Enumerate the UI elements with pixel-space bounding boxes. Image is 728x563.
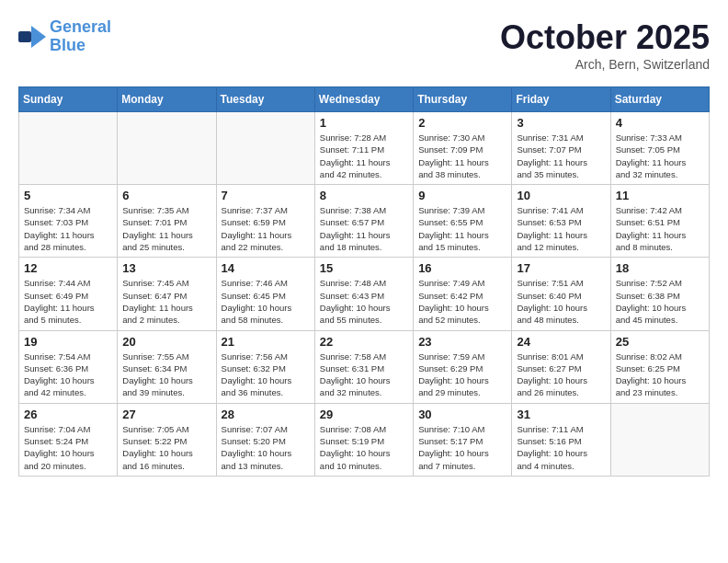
day-info: Sunrise: 7:30 AM Sunset: 7:09 PM Dayligh…: [418, 132, 506, 180]
calendar-cell: 16Sunrise: 7:49 AM Sunset: 6:42 PM Dayli…: [414, 258, 512, 330]
day-number: 27: [122, 408, 210, 421]
day-number: 15: [320, 261, 408, 275]
calendar-cell: 30Sunrise: 7:10 AM Sunset: 5:17 PM Dayli…: [414, 403, 512, 476]
calendar-cell: 31Sunrise: 7:11 AM Sunset: 5:16 PM Dayli…: [512, 403, 610, 476]
day-info: Sunrise: 7:10 AM Sunset: 5:17 PM Dayligh…: [418, 423, 506, 472]
day-number: 22: [320, 335, 408, 349]
day-info: Sunrise: 7:41 AM Sunset: 6:53 PM Dayligh…: [517, 204, 605, 253]
calendar-header-row: SundayMondayTuesdayWednesdayThursdayFrid…: [19, 87, 710, 112]
day-info: Sunrise: 7:56 AM Sunset: 6:32 PM Dayligh…: [222, 350, 310, 399]
weekday-header-sunday: Sunday: [19, 87, 118, 112]
calendar-body: 1Sunrise: 7:28 AM Sunset: 7:11 PM Daylig…: [19, 112, 710, 477]
month-title: October 2025: [500, 18, 710, 57]
day-info: Sunrise: 7:42 AM Sunset: 6:51 PM Dayligh…: [616, 204, 704, 253]
day-number: 28: [222, 408, 310, 421]
svg-rect-0: [18, 31, 31, 42]
weekday-header-tuesday: Tuesday: [216, 87, 314, 112]
day-info: Sunrise: 7:55 AM Sunset: 6:34 PM Dayligh…: [122, 350, 210, 399]
day-number: 18: [616, 261, 704, 275]
day-info: Sunrise: 7:04 AM Sunset: 5:24 PM Dayligh…: [24, 423, 112, 472]
calendar-cell: [216, 112, 314, 185]
calendar-week-3: 12Sunrise: 7:44 AM Sunset: 6:49 PM Dayli…: [19, 258, 710, 330]
day-number: 30: [418, 408, 506, 421]
day-info: Sunrise: 7:33 AM Sunset: 7:05 PM Dayligh…: [616, 132, 704, 180]
weekday-header-wednesday: Wednesday: [314, 87, 413, 112]
calendar-cell: 17Sunrise: 7:51 AM Sunset: 6:40 PM Dayli…: [512, 258, 610, 330]
calendar-cell: [19, 112, 118, 185]
day-number: 13: [122, 261, 210, 275]
calendar-cell: [118, 112, 216, 185]
calendar-cell: 10Sunrise: 7:41 AM Sunset: 6:53 PM Dayli…: [512, 185, 610, 258]
calendar-cell: 25Sunrise: 8:02 AM Sunset: 6:25 PM Dayli…: [610, 330, 709, 403]
weekday-header-friday: Friday: [512, 87, 610, 112]
calendar-cell: 9Sunrise: 7:39 AM Sunset: 6:55 PM Daylig…: [414, 185, 512, 258]
logo-text: General Blue: [50, 18, 111, 55]
day-number: 31: [517, 408, 605, 421]
calendar-cell: 20Sunrise: 7:55 AM Sunset: 6:34 PM Dayli…: [118, 330, 216, 403]
day-number: 8: [320, 189, 408, 202]
day-info: Sunrise: 7:07 AM Sunset: 5:20 PM Dayligh…: [222, 423, 310, 472]
day-info: Sunrise: 7:11 AM Sunset: 5:16 PM Dayligh…: [517, 423, 605, 472]
day-info: Sunrise: 7:08 AM Sunset: 5:19 PM Dayligh…: [320, 423, 408, 472]
logo: General Blue: [18, 18, 111, 55]
calendar-cell: 23Sunrise: 7:59 AM Sunset: 6:29 PM Dayli…: [414, 330, 512, 403]
day-number: 11: [616, 189, 704, 202]
calendar-cell: 3Sunrise: 7:31 AM Sunset: 7:07 PM Daylig…: [512, 112, 610, 185]
day-info: Sunrise: 7:37 AM Sunset: 6:59 PM Dayligh…: [222, 204, 310, 253]
day-number: 5: [24, 189, 112, 202]
day-number: 4: [616, 116, 704, 130]
calendar-cell: 12Sunrise: 7:44 AM Sunset: 6:49 PM Dayli…: [19, 258, 118, 330]
day-number: 16: [418, 261, 506, 275]
calendar-cell: 5Sunrise: 7:34 AM Sunset: 7:03 PM Daylig…: [19, 185, 118, 258]
calendar-cell: 13Sunrise: 7:45 AM Sunset: 6:47 PM Dayli…: [118, 258, 216, 330]
day-number: 23: [418, 335, 506, 349]
day-info: Sunrise: 8:01 AM Sunset: 6:27 PM Dayligh…: [517, 350, 605, 399]
day-info: Sunrise: 7:38 AM Sunset: 6:57 PM Dayligh…: [320, 204, 408, 253]
day-info: Sunrise: 7:05 AM Sunset: 5:22 PM Dayligh…: [122, 423, 210, 472]
day-info: Sunrise: 7:58 AM Sunset: 6:31 PM Dayligh…: [320, 350, 408, 399]
calendar-cell: 24Sunrise: 8:01 AM Sunset: 6:27 PM Dayli…: [512, 330, 610, 403]
logo-line1: General: [50, 17, 111, 36]
weekday-header-monday: Monday: [118, 87, 216, 112]
day-number: 10: [517, 189, 605, 202]
day-info: Sunrise: 7:49 AM Sunset: 6:42 PM Dayligh…: [418, 277, 506, 326]
title-block: October 2025 Arch, Bern, Switzerland: [500, 18, 710, 72]
day-info: Sunrise: 7:44 AM Sunset: 6:49 PM Dayligh…: [24, 277, 112, 326]
calendar-cell: 15Sunrise: 7:48 AM Sunset: 6:43 PM Dayli…: [314, 258, 413, 330]
day-info: Sunrise: 7:54 AM Sunset: 6:36 PM Dayligh…: [24, 350, 112, 399]
calendar-cell: 14Sunrise: 7:46 AM Sunset: 6:45 PM Dayli…: [216, 258, 314, 330]
day-info: Sunrise: 7:45 AM Sunset: 6:47 PM Dayligh…: [122, 277, 210, 326]
day-number: 25: [616, 335, 704, 349]
calendar-cell: 4Sunrise: 7:33 AM Sunset: 7:05 PM Daylig…: [610, 112, 709, 185]
day-number: 17: [517, 261, 605, 275]
day-number: 20: [122, 335, 210, 349]
weekday-header-thursday: Thursday: [414, 87, 512, 112]
calendar-cell: 11Sunrise: 7:42 AM Sunset: 6:51 PM Dayli…: [610, 185, 709, 258]
calendar-week-1: 1Sunrise: 7:28 AM Sunset: 7:11 PM Daylig…: [19, 112, 710, 185]
calendar-cell: 18Sunrise: 7:52 AM Sunset: 6:38 PM Dayli…: [610, 258, 709, 330]
calendar-cell: 19Sunrise: 7:54 AM Sunset: 6:36 PM Dayli…: [19, 330, 118, 403]
logo-icon: [18, 26, 46, 48]
svg-marker-1: [31, 26, 46, 48]
day-number: 3: [517, 116, 605, 130]
weekday-header-saturday: Saturday: [610, 87, 709, 112]
day-info: Sunrise: 7:39 AM Sunset: 6:55 PM Dayligh…: [418, 204, 506, 253]
day-info: Sunrise: 7:59 AM Sunset: 6:29 PM Dayligh…: [418, 350, 506, 399]
day-info: Sunrise: 8:02 AM Sunset: 6:25 PM Dayligh…: [616, 350, 704, 399]
calendar-table: SundayMondayTuesdayWednesdayThursdayFrid…: [18, 86, 710, 477]
day-info: Sunrise: 7:52 AM Sunset: 6:38 PM Dayligh…: [616, 277, 704, 326]
day-number: 2: [418, 116, 506, 130]
day-info: Sunrise: 7:31 AM Sunset: 7:07 PM Dayligh…: [517, 132, 605, 180]
day-number: 21: [222, 335, 310, 349]
calendar-cell: 29Sunrise: 7:08 AM Sunset: 5:19 PM Dayli…: [314, 403, 413, 476]
day-number: 24: [517, 335, 605, 349]
day-number: 9: [418, 189, 506, 202]
day-number: 14: [222, 261, 310, 275]
calendar-cell: 7Sunrise: 7:37 AM Sunset: 6:59 PM Daylig…: [216, 185, 314, 258]
day-number: 19: [24, 335, 112, 349]
day-info: Sunrise: 7:48 AM Sunset: 6:43 PM Dayligh…: [320, 277, 408, 326]
day-info: Sunrise: 7:35 AM Sunset: 7:01 PM Dayligh…: [122, 204, 210, 253]
calendar-week-4: 19Sunrise: 7:54 AM Sunset: 6:36 PM Dayli…: [19, 330, 710, 403]
calendar-week-5: 26Sunrise: 7:04 AM Sunset: 5:24 PM Dayli…: [19, 403, 710, 476]
calendar-cell: [610, 403, 709, 476]
